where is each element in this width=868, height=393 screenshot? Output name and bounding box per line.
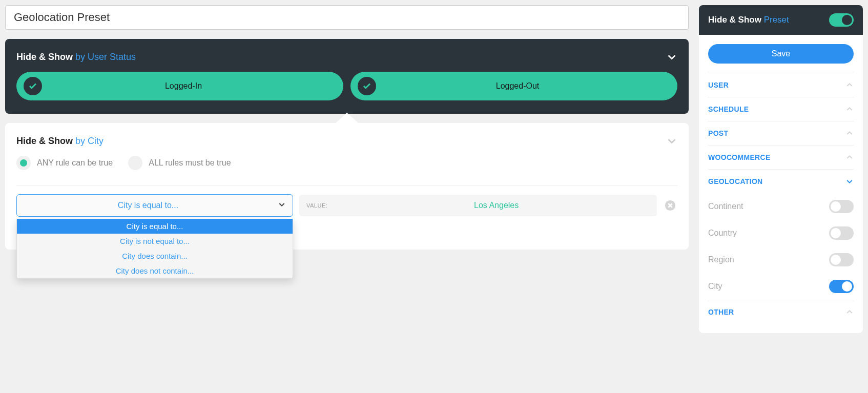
value-label: VALUE: <box>306 202 327 209</box>
section-woocommerce[interactable]: WOOCOMMERCE <box>708 145 854 169</box>
logged-out-pill[interactable]: Logged-Out <box>350 72 677 100</box>
value-text: Los Angeles <box>343 201 650 210</box>
panel-notch <box>336 113 358 123</box>
rule-mode-row: ANY rule can be true ALL rules must be t… <box>16 156 677 170</box>
sidebar-title-prefix: Hide & Show <box>708 15 764 25</box>
chevron-down-icon[interactable] <box>666 135 677 147</box>
chevron-down-icon <box>845 177 854 185</box>
section-geolocation[interactable]: GEOLOCATION <box>708 169 854 193</box>
section-label: GEOLOCATION <box>708 177 762 185</box>
sidebar-title-sub: Preset <box>764 15 789 25</box>
logged-in-pill[interactable]: Logged-In <box>16 72 343 100</box>
panel-header: Hide & Show by City <box>16 135 677 147</box>
continent-toggle[interactable] <box>829 200 854 213</box>
radio-label: ANY rule can be true <box>37 158 113 168</box>
value-input[interactable]: VALUE: Los Angeles <box>299 195 657 216</box>
region-toggle[interactable] <box>829 253 854 266</box>
chevron-down-icon[interactable] <box>666 51 677 63</box>
all-rules-radio[interactable]: ALL rules must be true <box>128 156 231 170</box>
section-label: POST <box>708 129 728 137</box>
dropdown-item-not-equal[interactable]: City is not equal to... <box>17 234 293 249</box>
dropdown-item-equal[interactable]: City is equal to... <box>17 219 293 234</box>
sidebar: Hide & Show Preset Save USER SCHEDULE PO… <box>699 5 863 333</box>
geo-city-row: City <box>708 273 854 300</box>
radio-on-icon <box>16 156 31 170</box>
any-rule-radio[interactable]: ANY rule can be true <box>16 156 113 170</box>
sub-label: City <box>708 282 722 291</box>
section-label: WOOCOMMERCE <box>708 153 771 161</box>
preset-toggle[interactable] <box>829 13 854 27</box>
panel-title-prefix: Hide & Show <box>16 136 75 146</box>
country-toggle[interactable] <box>829 226 854 240</box>
chevron-up-icon <box>845 153 854 161</box>
remove-rule-button[interactable] <box>663 198 677 213</box>
radio-off-icon <box>128 156 142 170</box>
operator-dropdown: City is equal to... City is not equal to… <box>16 219 293 279</box>
select-display: City is equal to... <box>16 194 293 217</box>
sub-label: Continent <box>708 202 743 211</box>
chevron-up-icon <box>845 129 854 137</box>
chevron-up-icon <box>845 105 854 113</box>
sidebar-title: Hide & Show Preset <box>708 15 789 25</box>
section-label: OTHER <box>708 308 734 316</box>
dropdown-item-not-contain[interactable]: City does not contain... <box>17 263 293 278</box>
chevron-up-icon <box>845 308 854 316</box>
save-button[interactable]: Save <box>708 44 854 64</box>
panel-title-prefix: Hide & Show <box>16 52 75 62</box>
pill-label: Logged-In <box>31 81 336 91</box>
sub-label: Country <box>708 229 737 238</box>
dropdown-item-contain[interactable]: City does contain... <box>17 249 293 263</box>
pill-row: Logged-In Logged-Out <box>16 72 677 100</box>
operator-select[interactable]: City is equal to... City is equal to... … <box>16 194 293 217</box>
geo-country-row: Country <box>708 220 854 246</box>
main-column: Hide & Show by User Status Logged-In Log… <box>5 5 689 333</box>
section-other[interactable]: OTHER <box>708 300 854 324</box>
radio-label: ALL rules must be true <box>149 158 231 168</box>
panel-title: Hide & Show by City <box>16 136 104 147</box>
section-user[interactable]: USER <box>708 73 854 97</box>
section-post[interactable]: POST <box>708 121 854 145</box>
geo-region-row: Region <box>708 246 854 273</box>
city-toggle[interactable] <box>829 280 854 293</box>
panel-title-sub: by City <box>75 136 104 146</box>
city-panel: Hide & Show by City ANY rule can be true… <box>5 123 689 250</box>
panel-header: Hide & Show by User Status <box>16 51 677 63</box>
section-label: USER <box>708 81 729 89</box>
section-label: SCHEDULE <box>708 105 749 113</box>
pill-label: Logged-Out <box>365 81 670 91</box>
chevron-up-icon <box>845 81 854 89</box>
divider <box>16 185 677 186</box>
section-schedule[interactable]: SCHEDULE <box>708 97 854 121</box>
sub-label: Region <box>708 255 734 264</box>
sidebar-header: Hide & Show Preset <box>699 5 863 35</box>
rule-row: City is equal to... City is equal to... … <box>16 194 677 217</box>
geo-continent-row: Continent <box>708 193 854 220</box>
preset-title-input[interactable] <box>5 5 689 30</box>
sidebar-body: Save USER SCHEDULE POST WOOCOMMERCE GEOL… <box>699 35 863 333</box>
user-status-panel: Hide & Show by User Status Logged-In Log… <box>5 39 689 114</box>
panel-title-sub: by User Status <box>75 52 136 62</box>
panel-title: Hide & Show by User Status <box>16 52 136 63</box>
